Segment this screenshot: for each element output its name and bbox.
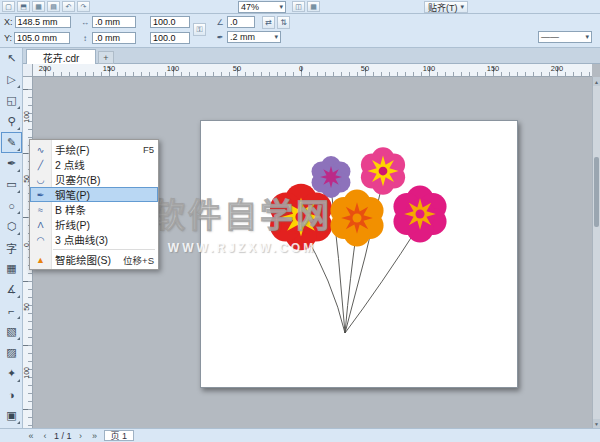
page-tab[interactable]: 页 1 — [104, 430, 135, 441]
table-tool[interactable]: ▦ — [1, 258, 22, 279]
lock-ratio-button[interactable]: ⚿ — [193, 23, 206, 36]
print-icon[interactable]: ▤ — [47, 1, 60, 12]
scroll-down-icon[interactable]: ▼ — [593, 419, 600, 428]
app-window: ▢ ⬒ ▦ ▤ ↶ ↷ 47% ▾ ◫ ▦ 贴齐(T) ▾ X: 148.5 m… — [0, 0, 600, 442]
pen-icon: ✒ — [30, 190, 51, 200]
ruler-label: 50 — [361, 64, 369, 73]
ellipse-tool[interactable]: ○ — [1, 195, 22, 216]
menu-item-2-point-line[interactable]: ╱ 2 点线 — [30, 157, 158, 172]
line-style-value: —— — [541, 32, 559, 42]
first-page-button[interactable]: « — [26, 431, 36, 441]
pick-tool[interactable]: ↖ — [1, 48, 22, 69]
ruler-label: 50 — [233, 64, 241, 73]
scrollbar-thumb[interactable] — [594, 157, 599, 227]
standard-toolbar-icons: ▢ ⬒ ▦ ▤ ↶ ↷ — [2, 1, 90, 12]
object-height-field[interactable]: .0 mm — [92, 32, 136, 44]
ruler-label: 100 — [23, 111, 30, 123]
scroll-up-icon[interactable]: ▲ — [593, 77, 600, 86]
previous-page-button[interactable]: ‹ — [40, 431, 50, 441]
view-toolbar-icons: ◫ ▦ — [292, 1, 320, 12]
menu-item-pen[interactable]: ✒ 钢笔(P) — [30, 187, 158, 202]
ruler-label: 200 — [551, 64, 564, 73]
property-bar: X: 148.5 mm Y: 105.0 mm ↔ .0 mm ↕ .0 mm … — [0, 14, 600, 48]
eyedropper-tool[interactable]: ✦ — [1, 363, 22, 384]
scale-x-field[interactable]: 100.0 — [150, 16, 190, 28]
polygon-tool[interactable]: ⬡ — [1, 216, 22, 237]
object-width-group: ↔ .0 mm — [80, 16, 136, 28]
snap-to-button[interactable]: 贴齐(T) ▾ — [424, 1, 468, 13]
line-style-select[interactable]: —— ▾ — [538, 31, 592, 43]
flower-purple[interactable] — [312, 156, 351, 198]
smart-fill-tool[interactable]: ▣ — [1, 405, 22, 426]
rotation-angle-field[interactable]: .0 — [227, 16, 255, 28]
transparency-tool[interactable]: ▨ — [1, 342, 22, 363]
new-tab-button[interactable]: + — [98, 51, 114, 64]
menu-item-label: 钢笔(P) — [55, 187, 90, 202]
menu-item-bezier[interactable]: ◡ 贝塞尔(B) — [30, 172, 158, 187]
object-width-field[interactable]: .0 mm — [92, 16, 136, 28]
x-position-field[interactable]: 148.5 mm — [15, 16, 71, 28]
mirror-vertical-button[interactable]: ⇅ — [277, 16, 290, 29]
ruler-label: 100 — [23, 367, 30, 379]
mirror-horizontal-button[interactable]: ⇄ — [262, 16, 275, 29]
freehand-tool[interactable]: ✎ — [1, 132, 22, 153]
menu-item-3-point-curve[interactable]: ◠ 3 点曲线(3) — [30, 232, 158, 247]
standard-toolbar: ▢ ⬒ ▦ ▤ ↶ ↷ 47% ▾ ◫ ▦ 贴齐(T) ▾ — [0, 0, 600, 14]
menu-item-shortcut: F5 — [143, 144, 154, 155]
outline-width-select[interactable]: .2 mm ▾ — [227, 31, 281, 43]
ruler-label: 50 — [23, 303, 30, 311]
menu-item-label: 智能绘图(S) — [55, 252, 111, 267]
zoom-level-select[interactable]: 47% ▾ — [238, 1, 286, 13]
dimension-tool[interactable]: ∡ — [1, 279, 22, 300]
flower-orange[interactable] — [330, 190, 383, 247]
y-position-field[interactable]: 105.0 mm — [14, 32, 70, 44]
text-tool[interactable]: 字 — [1, 237, 22, 258]
redo-icon[interactable]: ↷ — [77, 1, 90, 12]
rectangle-tool[interactable]: ▭ — [1, 174, 22, 195]
outline-width-group: ✒ .2 mm ▾ — [215, 31, 281, 43]
flower-red[interactable] — [270, 184, 332, 251]
drop-shadow-tool[interactable]: ▧ — [1, 321, 22, 342]
ruler-label: 150 — [103, 64, 116, 73]
status-bar: « ‹ 1 / 1 › » 页 1 — [0, 428, 600, 442]
new-document-icon[interactable]: ▢ — [2, 1, 15, 12]
two-point-line-icon: ╱ — [30, 160, 51, 170]
height-icon: ↕ — [80, 34, 90, 43]
interactive-fill-tool[interactable]: ◑ — [1, 384, 22, 405]
menu-item-polyline[interactable]: Λ 折线(P) — [30, 217, 158, 232]
y-label: Y: — [4, 33, 12, 43]
x-label: X: — [4, 17, 13, 27]
menu-item-label: 2 点线 — [55, 157, 85, 172]
menu-separator — [53, 249, 155, 250]
connector-tool[interactable]: ⌐ — [1, 300, 22, 321]
open-icon[interactable]: ⬒ — [17, 1, 30, 12]
shape-tool[interactable]: ▷ — [1, 69, 22, 90]
horizontal-ruler[interactable]: 200 150 100 50 0 50 100 150 200 — [33, 64, 592, 77]
snap-to-label: 贴齐(T) — [428, 1, 458, 14]
save-icon[interactable]: ▦ — [32, 1, 45, 12]
last-page-button[interactable]: » — [90, 431, 100, 441]
crop-tool[interactable]: ◱ — [1, 90, 22, 111]
menu-item-smart-drawing[interactable]: ▲ 智能绘图(S) 位移+S — [30, 252, 158, 267]
ruler-label: 150 — [487, 64, 500, 73]
menu-item-freehand[interactable]: ∿ 手绘(F) F5 — [30, 142, 158, 157]
chevron-down-icon: ▾ — [461, 3, 465, 11]
menu-item-b-spline[interactable]: ≈ B 样条 — [30, 202, 158, 217]
scale-y-field[interactable]: 100.0 — [150, 32, 190, 44]
undo-icon[interactable]: ↶ — [62, 1, 75, 12]
vertical-scrollbar[interactable]: ▲ ▼ — [592, 77, 600, 428]
menu-item-label: 3 点曲线(3) — [55, 232, 108, 247]
next-page-button[interactable]: › — [76, 431, 86, 441]
chevron-down-icon: ▾ — [276, 3, 283, 11]
document-tab-active[interactable]: 花卉.cdr — [26, 49, 96, 64]
polyline-icon: Λ — [30, 220, 51, 230]
artistic-media-tool[interactable]: ✒ — [1, 153, 22, 174]
ruler-corner — [23, 64, 33, 77]
flower-magenta[interactable] — [393, 186, 446, 243]
freehand-icon: ∿ — [30, 145, 51, 155]
flower-pink[interactable] — [361, 147, 405, 195]
zoom-tool[interactable]: ⚲ — [1, 111, 22, 132]
show-grid-icon[interactable]: ▦ — [307, 1, 320, 12]
full-screen-preview-icon[interactable]: ◫ — [292, 1, 305, 12]
ruler-label: 0 — [299, 64, 303, 73]
